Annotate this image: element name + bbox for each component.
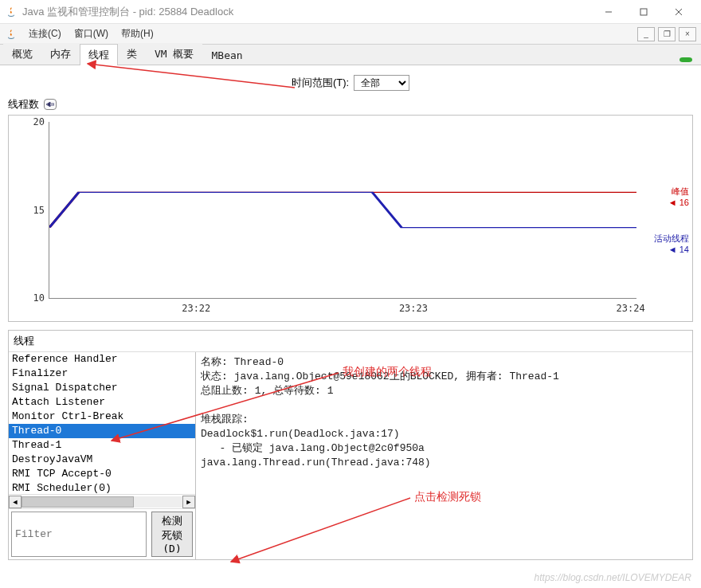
minimize-button[interactable]	[591, 1, 626, 23]
list-item[interactable]: Thread-1	[9, 438, 195, 453]
tab-mbean[interactable]: MBean	[202, 45, 251, 65]
list-item[interactable]: Reference Handler	[9, 352, 195, 367]
chart-plot: 20 15 10 23:22 23:23 23:24	[49, 122, 636, 299]
close-button[interactable]	[661, 1, 696, 23]
java-icon	[5, 28, 18, 41]
y-tick: 20	[25, 116, 45, 127]
tab-overview[interactable]: 概览	[3, 43, 41, 65]
threads-section: 线程 Reference Handler Finalizer Signal Di…	[8, 330, 693, 560]
detail-stack-label: 堆栈跟踪:	[201, 414, 249, 425]
detail-blocked-value: 1, 总等待数: 1	[255, 385, 334, 397]
chart-title: 线程数	[8, 97, 39, 112]
thread-list-panel: Reference Handler Finalizer Signal Dispa…	[9, 352, 196, 559]
inner-window-controls: _ ❐ ×	[637, 27, 696, 41]
window-controls	[591, 1, 696, 23]
thread-detail: 名称: Thread-0 状态: java.lang.Object@59e180…	[196, 352, 692, 559]
list-item[interactable]: RMI TCP Accept-0	[9, 467, 195, 481]
svg-rect-1	[640, 9, 647, 15]
svg-rect-6	[683, 57, 689, 62]
threads-panel-title: 线程	[9, 331, 692, 352]
list-item[interactable]: Monitor Ctrl-Break	[9, 410, 195, 424]
detail-state-label: 状态:	[201, 370, 228, 382]
scroll-thumb[interactable]	[22, 496, 134, 508]
inner-maximize-button[interactable]: ❐	[658, 27, 676, 41]
menubar: 连接(C) 窗口(W) 帮助(H) _ ❐ ×	[0, 24, 701, 45]
detail-state-value: java.lang.Object@59e18062上的BLOCKED, 拥有者:…	[234, 370, 559, 382]
scroll-track[interactable]	[22, 496, 182, 508]
filter-input[interactable]	[11, 512, 147, 557]
watermark: https://blog.csdn.net/ILOVEMYDEAR	[535, 572, 691, 583]
window-title: Java 监视和管理控制台 - pid: 25884 Deadlock	[22, 5, 591, 19]
detail-stack-line: java.lang.Thread.run(Thread.java:748)	[201, 457, 431, 468]
menu-connect[interactable]: 连接(C)	[22, 25, 68, 43]
chart-legend: 峰值 ◄ 16 活动线程 ◄ 14	[654, 186, 689, 254]
main-tabs: 概览 内存 线程 类 VM 概要 MBean	[0, 45, 701, 65]
detail-name-label: 名称:	[201, 356, 228, 368]
time-range-row: 时间范围(T): 全部	[0, 65, 701, 97]
list-item[interactable]: Attach Listener	[9, 395, 195, 410]
legend-live-value: 14	[679, 245, 689, 254]
menu-help[interactable]: 帮助(H)	[115, 25, 160, 43]
menu-window[interactable]: 窗口(W)	[68, 25, 115, 43]
inner-close-button[interactable]: ×	[679, 27, 696, 41]
x-tick: 23:23	[399, 303, 428, 314]
list-item[interactable]: Signal Dispatcher	[9, 381, 195, 395]
window-titlebar: Java 监视和管理控制台 - pid: 25884 Deadlock	[0, 0, 701, 24]
legend-peak-value: 16	[679, 198, 689, 207]
x-tick: 23:22	[182, 303, 210, 314]
detect-deadlock-button[interactable]: 检测死锁(D)	[151, 512, 193, 557]
legend-peak-label: 峰值	[672, 186, 689, 196]
chart-collapse-button[interactable]	[44, 99, 57, 110]
detail-name-value: Thread-0	[234, 356, 284, 368]
detail-blocked-label: 总阻止数:	[201, 385, 249, 397]
tab-threads[interactable]: 线程	[80, 44, 118, 65]
maximize-button[interactable]	[626, 1, 661, 23]
horizontal-scrollbar[interactable]: ◄ ►	[9, 494, 195, 508]
y-tick: 10	[25, 292, 45, 304]
scroll-right-button[interactable]: ►	[182, 496, 195, 508]
tab-memory[interactable]: 内存	[41, 43, 80, 65]
legend-live-label: 活动线程	[654, 233, 689, 243]
time-range-select[interactable]: 全部	[354, 75, 409, 91]
detail-stack-line: Deadlock$1.run(Deadlock.java:17)	[201, 428, 400, 440]
list-item[interactable]: RMI Scheduler(0)	[9, 481, 195, 494]
scroll-left-button[interactable]: ◄	[9, 496, 22, 508]
tab-classes[interactable]: 类	[118, 43, 146, 65]
thread-list[interactable]: Reference Handler Finalizer Signal Dispa…	[9, 352, 195, 494]
chart-section: 线程数 20 15 10 23:22 23:23 23:24 峰值	[8, 97, 693, 322]
tab-vm-summary[interactable]: VM 概要	[146, 43, 202, 65]
connection-status-icon	[679, 55, 693, 65]
list-item[interactable]: DestroyJavaVM	[9, 453, 195, 467]
java-icon	[5, 6, 18, 18]
list-item[interactable]: Finalizer	[9, 367, 195, 381]
x-tick: 23:24	[617, 303, 645, 314]
chart-box: 20 15 10 23:22 23:23 23:24 峰值 ◄ 16 活动线程 …	[8, 115, 693, 322]
y-tick: 15	[25, 205, 45, 216]
detail-stack-line: - 已锁定 java.lang.Object@2c0f950a	[201, 442, 425, 454]
list-item[interactable]: Thread-0	[9, 424, 195, 438]
inner-minimize-button[interactable]: _	[637, 27, 655, 41]
time-range-label: 时间范围(T):	[292, 76, 349, 90]
